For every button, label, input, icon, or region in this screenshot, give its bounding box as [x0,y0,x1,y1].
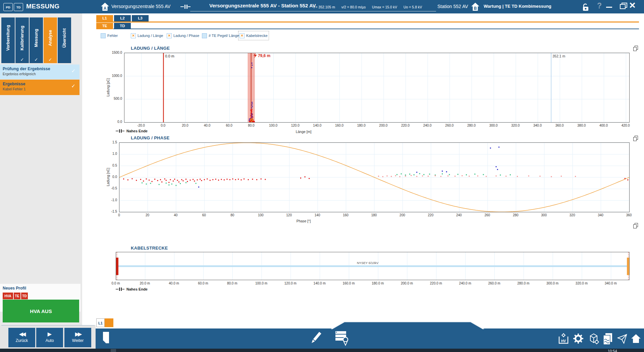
os-taskbar[interactable]: 10:54 [0,349,644,352]
tick-label: -1.0 [102,198,117,202]
app-title: MESSUNG [26,3,60,10]
chart1-plot[interactable] [124,53,630,123]
toolbar-hump [330,321,485,329]
forward-button[interactable]: ▶▶ Weiter [64,328,91,347]
close-button[interactable]: × [629,0,636,11]
tick-label: 160 [337,213,354,217]
tick-label: 120.0 m [280,281,301,285]
breadcrumb-station[interactable]: Station 552 AV [437,4,468,9]
copy-chart-icon[interactable] [633,46,638,51]
nav-footer: ◀◀ Zurück ▶ Auto ▶▶ Weiter [0,325,96,349]
tick-label: 180.0 [353,124,370,127]
fast-forward-icon: ▶▶ [64,331,91,337]
tick-label: 1.5 [102,140,117,144]
chart2-plot[interactable] [119,142,630,212]
home-icon[interactable] [631,333,641,345]
tab-l2[interactable]: L2 [114,15,131,21]
checkbox-icon [202,33,207,38]
minimize-button[interactable] [606,7,612,8]
tick-label: 200.0 m [397,281,417,285]
check-icon: ✓ [30,57,43,62]
chart3-plot[interactable]: NYSEY 6/10kV [116,252,630,280]
tab-l1[interactable]: L1 [96,15,113,21]
copy-chart-icon[interactable] [633,136,638,141]
cable-line [116,265,629,267]
test-object-settings-icon[interactable] [588,333,600,346]
gear-icon[interactable] [573,333,584,345]
tick-label: 280 [507,213,524,217]
rewind-icon: ◀◀ [8,331,35,337]
tab-l3[interactable]: L3 [132,15,149,21]
tick-label: 120 [281,213,298,217]
tab-td[interactable]: TD [114,23,131,29]
layer-checkbox-ladung-laenge[interactable]: ×Ladung / Länge [131,32,163,39]
home-b-icon: B [471,2,480,12]
item-subtitle: Ergebniss erfolgreich [3,72,77,76]
taskbar-app[interactable] [111,349,116,352]
near-end-legend: Nahes Ende [116,129,148,133]
tick-label: 300 [536,213,552,217]
step-tab-uebersicht[interactable]: Übersicht [58,17,71,63]
tab-te[interactable]: TE [96,23,113,29]
breadcrumb-site[interactable]: Versorgungszentrale 555 AV [111,4,170,9]
measurement-metrics: l = 352.105 m v/2 = 80.0 m/µs Umax = 15.… [314,5,427,9]
report-certificate-icon[interactable] [335,331,350,347]
tick-label: 20.0 m [135,281,155,285]
tick-label: 100.0 m [251,281,271,285]
metric-uo: Uo = 5.8 kV [404,5,422,9]
tick-label: 160.0 [331,124,348,127]
copy-chart-icon[interactable] [633,223,638,228]
tick-label: 20 [139,213,156,217]
step-tab-kalibrierung[interactable]: Kalibrierung✓ [15,17,29,63]
layer-checkbox-ladung-phase[interactable]: ×Ladung / Phase [167,32,199,39]
edit-pencil-icon[interactable] [309,331,323,347]
tick-label: 220.0 m [426,281,446,285]
near-terminal-marker[interactable] [116,258,118,275]
restore-button[interactable] [620,4,626,9]
svg-text:HV: HV [561,339,566,343]
hv-settings-icon[interactable]: HV [557,333,570,346]
unlock-icon[interactable] [582,3,590,13]
badge-td[interactable]: TD [21,293,28,299]
badge-te[interactable]: TE [14,293,20,299]
home-a-icon: A [101,2,109,12]
tick-label: 320.0 m [572,281,592,285]
tick-label: 140.0 [309,124,326,127]
tick-label: 420.0 [617,124,634,127]
tick-label: 0.5 [102,164,117,167]
tick-label: 300.0 [485,124,502,127]
measurement-data-icon[interactable] [602,333,613,347]
list-item-pruefung[interactable]: Prüfung der Ergebnisse Ergebniss erfolgr… [0,64,79,79]
auto-button[interactable]: ▶ Auto [36,328,63,347]
tick-label: 180.0 m [368,281,388,285]
list-item-ergebnisse[interactable]: Ergebnisse Kabel Fehler 1 ✓ [0,80,79,95]
bottom-phase-tab-color[interactable] [105,318,113,327]
step-tab-vorbereitung[interactable]: Vorbereitung [1,17,15,63]
tick-label: 260.0 [441,124,458,127]
note-icon[interactable] [102,331,110,345]
tick-label: 0 [111,213,127,217]
back-button[interactable]: ◀◀ Zurück [8,328,35,347]
hva-off-button[interactable]: HVA AUS [3,300,79,322]
check-icon: ✓ [71,68,75,74]
help-button[interactable]: ? [597,1,602,10]
title-bar: PD TD MESSUNG A Versorgungszentrale 555 … [0,0,644,13]
export-icon[interactable] [617,334,627,345]
layer-checkbox-fehler[interactable]: Fehler [101,32,118,39]
step-tab-analyse[interactable]: Analyse✓ [44,17,57,63]
far-terminal-marker[interactable] [627,258,629,275]
tick-label: 100 [252,213,269,217]
tick-label: 60.0 m [193,281,213,285]
layer-checkbox-te-pegel[interactable]: # TE Pegel/ Länge [202,32,239,39]
tick-label: 300.0 m [542,281,562,285]
tick-label: 0.0 [107,120,122,124]
bottom-phase-tab[interactable]: L1 [96,318,105,327]
checkbox-icon: × [131,33,136,38]
tick-label: -20.0 [133,124,150,127]
layer-checkbox-kabelstrecke[interactable]: ×Kabelstrecke [239,32,268,39]
badge-hva[interactable]: HVA [3,293,13,299]
tick-label: 1500.0 [107,51,122,54]
tick-label: 80.0 m [222,281,242,285]
step-tab-messung[interactable]: Messung✓ [30,17,43,63]
checkbox-icon: × [239,33,245,38]
